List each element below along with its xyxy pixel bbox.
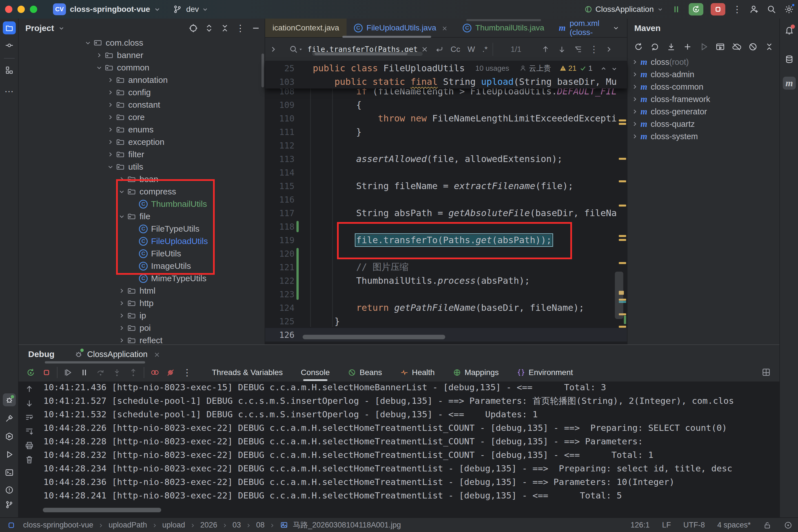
code-line-122[interactable]: 122ThumbnailUtils.process(absPath); — [265, 274, 627, 287]
breadcrumb-item[interactable]: 08 — [256, 521, 265, 530]
caret-position[interactable]: 126:1 — [631, 521, 650, 530]
services-tool-icon[interactable] — [3, 430, 16, 443]
code-line-121[interactable]: 121// 图片压缩 — [265, 260, 627, 274]
chevron-right-icon[interactable] — [605, 45, 613, 54]
more-icon[interactable]: ⋮ — [236, 23, 245, 34]
tree-item-http[interactable]: http — [19, 297, 265, 309]
warning-stripe-mark[interactable] — [619, 123, 626, 125]
tree-item-filter[interactable]: filter — [19, 148, 265, 160]
print-icon[interactable] — [24, 441, 34, 450]
code-line-124[interactable]: 124return getPathFileName(baseDir, fileN… — [265, 301, 627, 315]
code-line-120[interactable]: 120 — [265, 247, 627, 260]
commit-tool-icon[interactable] — [3, 39, 16, 52]
console-output[interactable]: 10:41:21.436 [http-nio-8023-exec-15] DEB… — [43, 380, 768, 508]
rerun-icon[interactable] — [26, 368, 36, 377]
next-match-icon[interactable] — [557, 45, 566, 54]
editor-hscrollbar-thumb[interactable] — [303, 335, 445, 339]
chevron-right-icon[interactable] — [116, 287, 127, 295]
chevron-down-icon[interactable] — [116, 187, 127, 196]
chevron-right-icon[interactable] — [105, 88, 116, 97]
tree-item-FileUploadUtils[interactable]: CFileUploadUtils — [19, 235, 265, 247]
code-line-125[interactable]: 125} — [265, 315, 627, 328]
maven-tool-icon[interactable]: m — [783, 77, 796, 90]
chevron-down-icon[interactable] — [116, 212, 127, 221]
clear-console-icon[interactable] — [24, 455, 34, 464]
terminal-tool-icon[interactable] — [3, 466, 16, 479]
warning-stripe-mark[interactable] — [619, 158, 626, 160]
more-tools-icon[interactable]: … — [3, 82, 16, 95]
chevron-right-icon[interactable] — [116, 336, 127, 344]
warnings-widget[interactable]: 21 — [559, 64, 576, 73]
passed-widget[interactable]: 1 — [580, 64, 592, 73]
soft-wrap-icon[interactable] — [24, 413, 34, 422]
debug-session-tab[interactable]: ClossApplication — [74, 350, 160, 359]
chevron-right-icon[interactable] — [629, 70, 641, 79]
chevron-right-icon[interactable] — [116, 299, 127, 307]
add-user-icon[interactable] — [749, 4, 759, 14]
console-hscrollbar-thumb[interactable] — [43, 508, 161, 512]
skip-tests-icon[interactable] — [748, 42, 758, 52]
tree-item-FileUtils[interactable]: CFileUtils — [19, 247, 265, 260]
code-line-116[interactable]: 116 — [265, 193, 627, 206]
tree-item-config[interactable]: config — [19, 86, 265, 99]
search-icon[interactable] — [766, 4, 777, 14]
expand-find-icon[interactable] — [269, 45, 278, 54]
prev-highlight-icon[interactable] — [600, 64, 608, 72]
tree-item-core[interactable]: core — [19, 111, 265, 124]
previous-match-icon[interactable] — [541, 45, 550, 54]
debug-tab-mappings[interactable]: Mappings — [453, 368, 499, 377]
run-maven-icon[interactable] — [699, 42, 709, 52]
tree-item-reflect[interactable]: reflect — [19, 334, 265, 344]
maven-item-closs-quartz[interactable]: m closs-quartz — [628, 118, 779, 130]
chevron-right-icon[interactable] — [629, 95, 641, 103]
view-breakpoints-icon[interactable] — [150, 368, 159, 377]
editor-tab-icationContext.java[interactable]: icationContext.java — [265, 19, 347, 37]
restart-debug-button[interactable] — [689, 3, 703, 16]
debug-tab-console[interactable]: Console — [301, 368, 330, 377]
author-hint[interactable]: 云上贵 — [519, 63, 551, 73]
scroll-down-icon[interactable] — [24, 398, 34, 408]
version-control-tool-icon[interactable] — [3, 498, 16, 511]
debug-tab-threads-variables[interactable]: Threads & Variables — [212, 368, 283, 377]
project-name-menu[interactable]: closs-springboot-vue — [70, 5, 150, 14]
warning-stripe-mark[interactable] — [619, 180, 626, 182]
tree-item-html[interactable]: html — [19, 285, 265, 297]
match-case-toggle[interactable]: Cc — [451, 45, 460, 54]
editor-tab-pom.xmlcloss-[interactable]: mpom.xml (closs- — [551, 19, 607, 37]
tree-item-exception[interactable]: exception — [19, 136, 265, 148]
maven-item-closs[interactable]: m closs (root) — [628, 56, 779, 68]
stop-icon[interactable] — [42, 368, 51, 377]
tree-item-common[interactable]: common — [19, 61, 265, 74]
chevron-right-icon[interactable] — [629, 120, 641, 128]
chevron-right-icon[interactable] — [629, 132, 641, 140]
execute-goal-icon[interactable] — [716, 42, 725, 52]
pause-icon[interactable] — [79, 368, 89, 377]
reload-sources-icon[interactable] — [650, 42, 660, 52]
sticky-line-103[interactable]: 103public static final String upload(Str… — [265, 75, 627, 89]
maven-item-closs-system[interactable]: m closs-system — [628, 130, 779, 142]
tree-item-constant[interactable]: constant — [19, 99, 265, 111]
change-stripe-mark[interactable] — [624, 316, 626, 324]
tree-item-compress[interactable]: compress — [19, 185, 265, 198]
breadcrumb-item[interactable]: uploadPath — [109, 521, 147, 530]
tree-item-banner[interactable]: banner — [19, 49, 265, 61]
tree-item-bean[interactable]: bean — [19, 173, 265, 185]
chevron-right-icon[interactable] — [105, 113, 116, 121]
chevron-right-icon[interactable] — [94, 51, 104, 59]
layout-settings-icon[interactable] — [761, 367, 771, 377]
chevron-right-icon[interactable] — [629, 58, 641, 66]
database-tool-icon[interactable] — [783, 53, 796, 66]
locate-file-icon[interactable] — [189, 23, 198, 33]
code-line-113[interactable]: 113assertAllowed(file, allowedExtension)… — [265, 152, 627, 166]
debug-tab-scrollbar[interactable] — [45, 361, 145, 363]
run-config-menu[interactable]: ClossApplication — [595, 5, 654, 14]
code-line-111[interactable]: 111} — [265, 125, 627, 139]
debug-tab-beans[interactable]: Beans — [348, 368, 382, 377]
chevron-right-icon[interactable] — [105, 150, 116, 159]
offline-mode-icon[interactable] — [732, 42, 741, 52]
tree-item-ip[interactable]: ip — [19, 309, 265, 322]
code-line-118[interactable]: 118 — [265, 220, 627, 233]
chevron-right-icon[interactable] — [629, 107, 641, 116]
editor-tab-FileUploadUtils.java[interactable]: CFileUploadUtils.java — [347, 19, 455, 37]
newline-icon[interactable] — [435, 45, 444, 54]
